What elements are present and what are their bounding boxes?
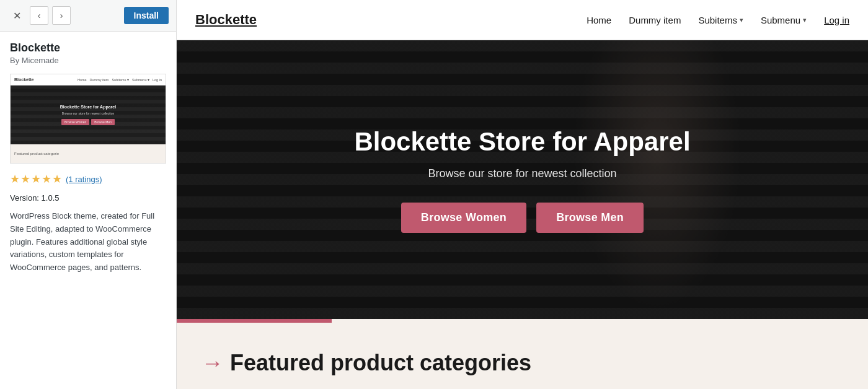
theme-title: Blockette — [10, 42, 166, 55]
screenshot-hero: Blockette Store for Apparel Browse our s… — [11, 85, 166, 144]
stars: ★ ★ ★ ★ ★ — [10, 172, 62, 186]
preview-area: Blockette Home Dummy item Subitems ▾ Sub… — [177, 0, 868, 389]
star-3: ★ — [31, 172, 41, 186]
chevron-down-icon: ▾ — [740, 16, 743, 24]
chevron-down-icon-2: ▾ — [803, 16, 807, 24]
hero-content: Blockette Store for Apparel Browse our s… — [177, 40, 868, 319]
close-icon: ✕ — [13, 10, 21, 22]
arrow-icon: → — [202, 350, 224, 376]
star-4: ★ — [42, 172, 51, 186]
screenshot-logo: Blockette — [14, 77, 34, 82]
screenshot-btn-men: Browse Men — [91, 119, 115, 125]
screenshot-nav-links: Home Dummy item Subitems ▾ Submenu ▾ Log… — [78, 78, 162, 82]
nav-subitems[interactable]: Subitems ▾ — [698, 15, 743, 25]
theme-author: By Micemade — [10, 56, 166, 65]
forward-button[interactable]: › — [52, 6, 71, 25]
screenshot-hero-title: Blockette Store for Apparel — [60, 105, 116, 109]
install-button[interactable]: Install — [124, 7, 169, 24]
screenshot-btn-women: Browse Women — [61, 119, 89, 125]
sidebar-content: Blockette By Micemade Blockette Home Dum… — [0, 32, 176, 284]
nav-submenu-label: Submenu — [761, 15, 800, 25]
theme-screenshot: Blockette Home Dummy item Subitems ▾ Sub… — [10, 74, 166, 164]
nav-dummy[interactable]: Dummy item — [629, 15, 681, 25]
featured-heading-text: Featured product categories — [230, 350, 531, 376]
screenshot-hero-btns: Browse Women Browse Men — [61, 119, 115, 125]
star-5: ★ — [52, 172, 62, 186]
nav-subitems-label: Subitems — [698, 15, 737, 25]
preview-logo: Blockette — [195, 12, 257, 28]
pink-bar — [177, 319, 332, 323]
sidebar-toolbar: ✕ ‹ › Install — [0, 0, 176, 32]
hero-title: Blockette Store for Apparel — [354, 126, 690, 157]
nav-home[interactable]: Home — [587, 15, 611, 25]
screenshot-hero-sub: Browse our store for newest collection — [62, 111, 114, 115]
nav-submenu[interactable]: Submenu ▾ — [761, 15, 807, 25]
back-button[interactable]: ‹ — [30, 6, 48, 25]
close-button[interactable]: ✕ — [7, 6, 26, 25]
screenshot-featured: Featured product categorie — [14, 152, 59, 155]
screenshot-bottom: Featured product categorie — [11, 144, 166, 163]
back-icon: ‹ — [38, 11, 41, 20]
version-text: Version: 1.0.5 — [10, 193, 166, 203]
preview-nav-links: Home Dummy item Subitems ▾ Submenu ▾ Log… — [587, 15, 849, 25]
nav-login[interactable]: Log in — [824, 15, 849, 25]
ratings-row: ★ ★ ★ ★ ★ (1 ratings) — [10, 172, 166, 186]
star-2: ★ — [20, 172, 30, 186]
preview-navbar: Blockette Home Dummy item Subitems ▾ Sub… — [177, 0, 868, 40]
sidebar: ✕ ‹ › Install Blockette By Micemade Bloc… — [0, 0, 177, 389]
hero-buttons: Browse Women Browse Men — [401, 203, 644, 233]
ratings-link[interactable]: (1 ratings) — [66, 175, 102, 184]
screenshot-nav: Blockette Home Dummy item Subitems ▾ Sub… — [11, 74, 166, 85]
forward-icon: › — [60, 11, 63, 20]
star-1: ★ — [10, 172, 20, 186]
below-hero: → Featured product categories — [177, 319, 868, 389]
browse-men-button[interactable]: Browse Men — [536, 203, 644, 233]
hero-section: Blockette Store for Apparel Browse our s… — [177, 40, 868, 319]
browse-women-button[interactable]: Browse Women — [401, 203, 526, 233]
featured-heading: → Featured product categories — [202, 350, 843, 376]
hero-subtitle: Browse our store for newest collection — [428, 167, 616, 180]
description-text: WordPress Block theme, created for Full … — [10, 210, 166, 274]
